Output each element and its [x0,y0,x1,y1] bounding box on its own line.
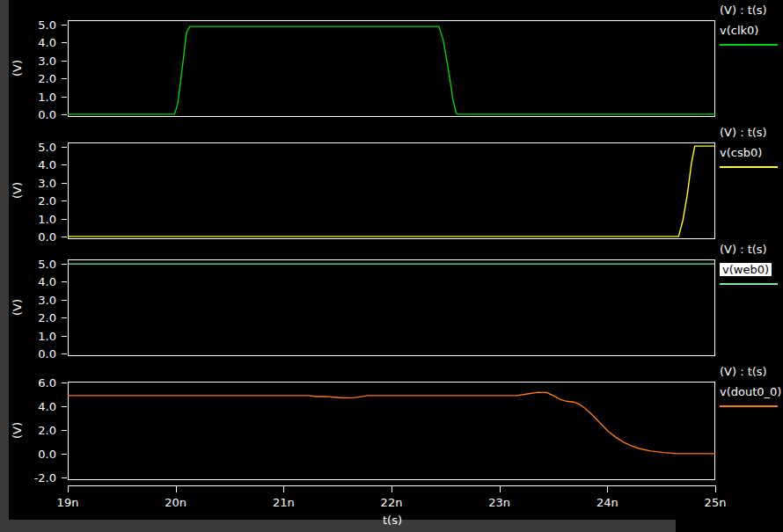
plot-clk0: (V) (V) : t(s) v(clk0) 5.04.03.02.01.00.… [0,20,783,117]
x-tick-mark [500,485,501,492]
y-tick-label: 2.0 [0,311,56,324]
plot-csb0: (V) (V) : t(s) v(csb0) 5.04.03.02.01.00.… [0,142,783,239]
y-tick-mark [62,78,67,79]
y-tick-mark [62,300,67,301]
y-tick-mark [62,183,67,184]
y-tick-label: 0.0 [0,448,56,461]
legend-axis-type-web0: (V) : t(s) [720,243,767,256]
y-tick-mark [62,317,67,318]
y-tick-mark [62,430,67,431]
trace-dout0-0 [68,382,715,480]
legend-axis-type-clk0: (V) : t(s) [720,4,767,17]
legend-color-line-dout0-0 [720,405,778,407]
x-tick-label: 25n [705,496,727,509]
y-tick-mark [62,200,67,201]
y-tick-mark [62,406,67,407]
y-tick-label: 4.0 [0,158,56,171]
y-tick-mark [62,383,67,383]
legend-color-line-web0 [720,283,778,285]
y-tick-label: 2.0 [0,424,56,437]
x-tick-label: 23n [488,496,510,509]
y-tick-label: 3.0 [0,55,56,68]
y-tick-label: 2.0 [0,72,56,85]
y-tick-label: 6.0 [0,376,56,390]
signal-label-csb0[interactable]: v(csb0) [720,146,762,159]
y-tick-label: 2.0 [0,194,56,208]
y-tick-label: 1.0 [0,330,56,343]
x-tick-label: 19n [57,496,79,509]
legend-color-line-clk0 [720,44,778,46]
y-tick-label: 5.0 [0,141,56,154]
x-tick-mark [68,485,69,492]
y-tick-label: 3.0 [0,294,56,307]
y-tick-label: 4.0 [0,275,56,288]
y-tick-mark [62,353,67,354]
signal-label-dout0-0[interactable]: v(dout0_0) [720,385,781,398]
y-tick-mark [62,147,67,148]
y-tick-mark [62,42,67,43]
y-tick-label: 5.0 [0,18,56,32]
y-tick-label: 5.0 [0,258,56,271]
y-tick-label: 0.0 [0,347,56,361]
plot-frame-csb0[interactable] [68,142,715,239]
plot-frame-dout0-0[interactable] [68,382,715,480]
x-tick-label: 20n [165,496,187,509]
plot-frame-web0[interactable] [68,259,715,356]
y-tick-mark [62,61,67,62]
trace-clk0 [68,20,715,117]
y-tick-mark [62,281,67,282]
legend-axis-type-csb0: (V) : t(s) [720,126,767,139]
x-tick-mark [607,485,608,492]
y-tick-label: 0.0 [0,230,56,244]
y-tick-mark [62,264,67,265]
y-tick-label: 1.0 [0,91,56,104]
y-tick-mark [62,97,67,98]
plot-frame-clk0[interactable] [68,20,715,117]
y-tick-label: 4.0 [0,36,56,49]
y-tick-mark [62,164,67,165]
waveform-viewer: (V) (V) : t(s) v(clk0) 5.04.03.02.01.00.… [0,0,783,532]
x-tick-mark [392,485,392,492]
signal-label-clk0[interactable]: v(clk0) [720,24,758,37]
legend-axis-type-dout0-0: (V) : t(s) [720,365,767,378]
y-tick-mark [62,454,67,455]
y-tick-label: 0.0 [0,108,56,121]
x-tick-label: 22n [381,496,403,509]
x-tick-label: 24n [596,496,618,509]
x-tick-mark [176,485,177,492]
y-tick-label: 4.0 [0,400,56,413]
y-tick-mark [62,114,67,115]
signal-label-web0[interactable]: v(web0) [720,263,772,276]
x-axis-title: t(s) [383,514,402,527]
y-tick-mark [62,219,67,220]
trace-web0 [68,259,715,356]
y-tick-label: -2.0 [0,471,56,485]
x-tick-label: 21n [273,496,295,509]
trace-csb0 [68,142,715,239]
y-tick-mark [62,25,67,26]
y-tick-label: 1.0 [0,213,56,226]
x-tick-mark [715,485,716,492]
y-tick-mark [62,477,67,478]
x-tick-mark [283,485,284,492]
y-tick-mark [62,336,67,337]
y-tick-mark [62,237,67,237]
plot-web0: (V) (V) : t(s) v(web0) 5.04.03.02.01.00.… [0,259,783,356]
plot-dout0-0: (V) (V) : t(s) v(dout0_0) 6.04.02.00.0-2… [0,382,783,480]
y-tick-label: 3.0 [0,177,56,190]
legend-color-line-csb0 [720,166,778,168]
window-edge-bottom [0,520,676,532]
